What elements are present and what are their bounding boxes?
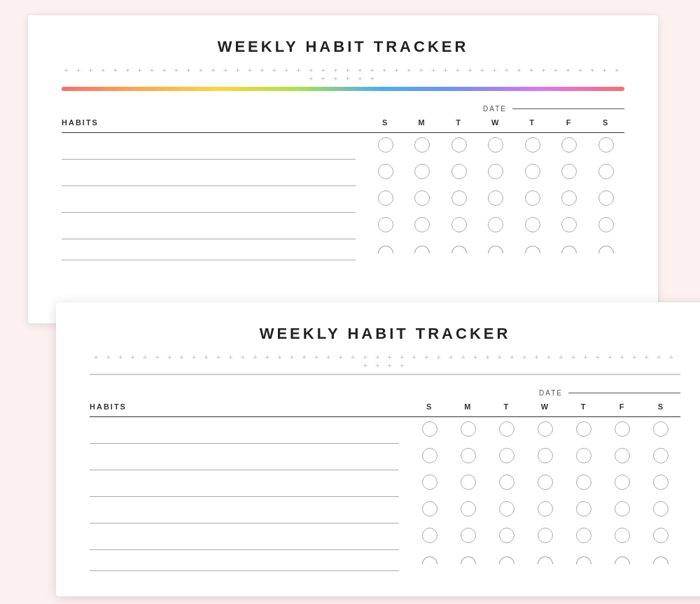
circle[interactable] xyxy=(538,448,553,463)
circle[interactable] xyxy=(653,421,668,437)
circle[interactable] xyxy=(422,528,438,543)
circle-cell[interactable] xyxy=(367,132,404,160)
circle[interactable] xyxy=(538,475,553,490)
circle[interactable] xyxy=(653,528,668,543)
circle[interactable] xyxy=(615,448,630,463)
circle[interactable] xyxy=(422,421,438,437)
circle[interactable] xyxy=(598,137,614,153)
partial-circle[interactable] xyxy=(576,556,592,564)
circle-cell[interactable] xyxy=(587,132,624,160)
circle[interactable] xyxy=(525,217,540,232)
partial-circle[interactable] xyxy=(488,246,503,253)
table-row xyxy=(90,416,680,444)
circle[interactable] xyxy=(499,501,514,517)
circle[interactable] xyxy=(378,137,393,153)
circle[interactable] xyxy=(615,501,630,517)
circle[interactable] xyxy=(414,164,430,179)
circle[interactable] xyxy=(422,448,438,463)
header-t1-front: T xyxy=(487,400,526,417)
circle[interactable] xyxy=(561,190,577,206)
partial-circle[interactable] xyxy=(378,246,393,253)
partial-circle[interactable] xyxy=(615,556,630,564)
circle[interactable] xyxy=(653,448,668,463)
header-t2-front: T xyxy=(565,400,603,417)
circle-cell[interactable] xyxy=(514,132,551,160)
table-row xyxy=(90,550,680,571)
circle[interactable] xyxy=(451,164,467,179)
circle[interactable] xyxy=(598,190,614,206)
circle[interactable] xyxy=(451,217,467,232)
circle[interactable] xyxy=(461,501,476,517)
circle[interactable] xyxy=(576,528,592,543)
habit-line-cell xyxy=(90,470,410,497)
circle[interactable] xyxy=(499,475,514,490)
circle[interactable] xyxy=(538,421,553,437)
circle[interactable] xyxy=(461,475,476,490)
partial-circle[interactable] xyxy=(561,246,577,253)
circle[interactable] xyxy=(576,448,592,463)
circle[interactable] xyxy=(525,164,540,179)
circle[interactable] xyxy=(378,217,393,232)
circle[interactable] xyxy=(499,421,514,437)
circle[interactable] xyxy=(378,190,393,206)
header-w-front: W xyxy=(526,400,564,417)
partial-circle[interactable] xyxy=(525,246,540,253)
partial-circle[interactable] xyxy=(414,246,430,253)
circle[interactable] xyxy=(488,137,503,153)
circle-cell[interactable] xyxy=(477,132,514,160)
circle[interactable] xyxy=(576,501,592,517)
circle[interactable] xyxy=(488,190,503,206)
circle[interactable] xyxy=(615,475,630,490)
partial-circle[interactable] xyxy=(538,556,553,564)
circle[interactable] xyxy=(561,137,577,153)
circle[interactable] xyxy=(598,217,614,232)
date-line-front xyxy=(568,393,680,393)
circle[interactable] xyxy=(499,448,514,463)
circle[interactable] xyxy=(378,164,393,179)
partial-circle[interactable] xyxy=(422,556,438,564)
circle[interactable] xyxy=(598,164,614,179)
circle[interactable] xyxy=(488,164,503,179)
circle[interactable] xyxy=(499,528,514,543)
circle[interactable] xyxy=(576,475,592,490)
date-row-front: DATE xyxy=(90,389,680,397)
circle[interactable] xyxy=(561,217,577,232)
circle-cell[interactable] xyxy=(551,132,588,160)
circle[interactable] xyxy=(653,501,668,517)
circle[interactable] xyxy=(538,501,553,517)
circle-cell[interactable] xyxy=(404,132,441,160)
circle[interactable] xyxy=(461,421,476,437)
circle[interactable] xyxy=(525,190,540,206)
circle[interactable] xyxy=(653,475,668,490)
partial-circle[interactable] xyxy=(499,556,514,564)
grey-bar xyxy=(90,374,680,375)
circle[interactable] xyxy=(488,217,503,232)
circle[interactable] xyxy=(461,528,476,543)
table-row xyxy=(62,160,624,186)
circle[interactable] xyxy=(422,475,438,490)
circle[interactable] xyxy=(576,421,592,437)
header-m-front: M xyxy=(449,400,487,417)
date-label-front: DATE xyxy=(539,389,563,397)
circle[interactable] xyxy=(538,528,553,543)
circle[interactable] xyxy=(525,137,540,153)
circle[interactable] xyxy=(451,190,467,206)
habit-line-cell xyxy=(90,524,410,550)
circle[interactable] xyxy=(615,421,630,437)
circle[interactable] xyxy=(561,164,577,179)
circle[interactable] xyxy=(451,137,467,153)
circle[interactable] xyxy=(461,448,476,463)
partial-circle[interactable] xyxy=(451,246,467,253)
partial-circle[interactable] xyxy=(653,556,668,564)
circle[interactable] xyxy=(414,137,430,153)
header-f-back: F xyxy=(551,115,588,133)
table-row xyxy=(62,186,624,213)
circle[interactable] xyxy=(414,190,430,206)
partial-circle[interactable] xyxy=(598,246,614,253)
circle[interactable] xyxy=(422,501,438,517)
circle[interactable] xyxy=(615,528,630,543)
circle-cell[interactable] xyxy=(440,132,477,160)
partial-circle[interactable] xyxy=(461,556,476,564)
circle[interactable] xyxy=(414,217,430,232)
date-line-back xyxy=(512,108,624,109)
